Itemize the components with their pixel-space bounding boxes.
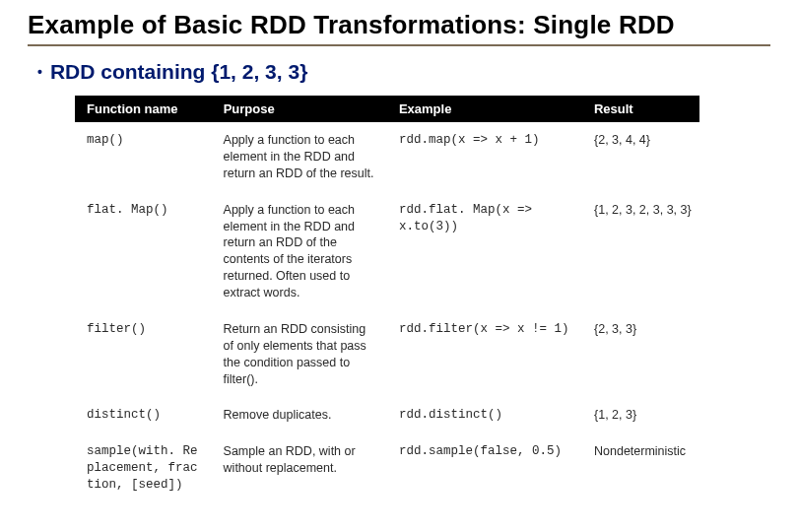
- transformations-table: Function name Purpose Example Result map…: [75, 96, 699, 503]
- cell-purpose: Return an RDD consisting of only element…: [224, 321, 399, 388]
- cell-purpose: Apply a function to each element in the …: [224, 202, 399, 301]
- col-header-example: Example: [399, 101, 594, 116]
- cell-result: {1, 2, 3, 2, 3, 3, 3}: [594, 202, 692, 219]
- cell-function-name: distinct(): [83, 407, 224, 424]
- bullet-prefix: RDD: [50, 60, 96, 83]
- cell-purpose: Remove duplicates.: [224, 407, 399, 424]
- table-body: map() Apply a function to each element i…: [75, 122, 699, 503]
- bullet-icon: •: [37, 64, 42, 80]
- bullet-rest: containing {1, 2, 3, 3}: [95, 60, 307, 83]
- cell-function-name: sample(with. Re placement, frac tion, [s…: [83, 443, 224, 494]
- table-row: flat. Map() Apply a function to each ele…: [75, 192, 699, 311]
- cell-purpose: Apply a function to each element in the …: [224, 132, 399, 182]
- cell-result: {2, 3, 3}: [594, 321, 692, 338]
- cell-function-name: flat. Map(): [83, 202, 224, 219]
- cell-function-name: map(): [83, 132, 224, 149]
- slide-container: Example of Basic RDD Transformations: Si…: [0, 0, 798, 503]
- table-row: map() Apply a function to each element i…: [75, 122, 699, 192]
- cell-result: Nondeterministic: [594, 443, 692, 460]
- slide-title: Example of Basic RDD Transformations: Si…: [28, 10, 770, 46]
- cell-result: {2, 3, 4, 4}: [594, 132, 692, 149]
- cell-purpose: Sample an RDD, with or without replaceme…: [224, 443, 399, 477]
- cell-example: rdd.flat. Map(x => x.to(3)): [399, 202, 594, 235]
- col-header-function-name: Function name: [83, 101, 224, 116]
- bullet-text: RDD containing {1, 2, 3, 3}: [50, 60, 307, 84]
- col-header-result: Result: [594, 101, 692, 116]
- cell-function-name: filter(): [83, 321, 224, 338]
- col-header-purpose: Purpose: [224, 101, 399, 116]
- cell-result: {1, 2, 3}: [594, 407, 692, 424]
- cell-example: rdd.map(x => x + 1): [399, 132, 594, 149]
- table-row: sample(with. Re placement, frac tion, [s…: [75, 433, 699, 503]
- cell-example: rdd.distinct(): [399, 407, 594, 424]
- cell-example: rdd.filter(x => x != 1): [399, 321, 594, 338]
- table-row: filter() Return an RDD consisting of onl…: [75, 311, 699, 398]
- table-header-row: Function name Purpose Example Result: [75, 96, 699, 122]
- table-row: distinct() Remove duplicates. rdd.distin…: [75, 397, 699, 433]
- cell-example: rdd.sample(false, 0.5): [399, 443, 594, 460]
- bullet-line: • RDD containing {1, 2, 3, 3}: [37, 60, 770, 84]
